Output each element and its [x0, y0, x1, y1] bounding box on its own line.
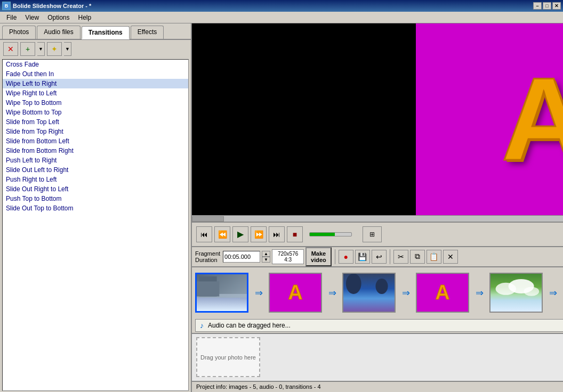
- transition-item[interactable]: Push Top to Bottom: [3, 194, 188, 203]
- preview-area: A: [192, 23, 563, 215]
- bottom-toolbar: Fragment Duration ▲ ▼ 720x576 4:3 Make v…: [192, 246, 563, 267]
- close-button[interactable]: ✕: [552, 2, 561, 10]
- step-back-button[interactable]: ⏪: [214, 226, 230, 242]
- resolution-display: 720x576 4:3: [272, 249, 304, 264]
- spin-down-button[interactable]: ▼: [262, 257, 270, 263]
- tab-transitions[interactable]: Transitions: [82, 26, 130, 39]
- left-panel: Photos Audio files Transitions Effects ✕…: [0, 23, 192, 392]
- transition-item[interactable]: Fade Out then In: [3, 69, 188, 79]
- transition-item[interactable]: Slide Out Left to Right: [3, 165, 188, 175]
- transition-item[interactable]: Slide from Top Left: [3, 117, 188, 127]
- menu-help[interactable]: Help: [74, 13, 96, 22]
- add-dropdown[interactable]: ▼: [37, 42, 45, 56]
- tabs-row: Photos Audio files Transitions Effects: [0, 23, 191, 40]
- tab-effects[interactable]: Effects: [131, 26, 164, 39]
- right-panel: A ⏮ ⏪ ▶ ⏩ ⏭ ■ ⊞ 0 ms / 1.559 s: [192, 23, 563, 392]
- timeline-track: ⇒ A ⇒: [192, 267, 563, 318]
- toolbar-separator: [390, 249, 390, 264]
- preview-content: A: [389, 23, 563, 215]
- status-text: Project info: images - 5, audio - 0, tra…: [196, 383, 321, 390]
- timeline-thumb-1[interactable]: [195, 273, 248, 313]
- duration-input[interactable]: [223, 251, 260, 263]
- transition-item[interactable]: Push Left to Right: [3, 156, 188, 165]
- app-title: Bolide Slideshow Creator - *: [13, 3, 91, 9]
- play-button[interactable]: ▶: [232, 226, 248, 242]
- transition-marker: ⇒: [545, 273, 561, 313]
- undo-button[interactable]: ↩: [372, 250, 387, 264]
- fragment-label: Fragment Duration: [195, 250, 220, 263]
- preview-letter: A: [502, 61, 563, 178]
- toolbar-separator: [335, 249, 335, 264]
- transition-item[interactable]: Slide Out Top to Bottom: [3, 203, 188, 213]
- spin-up-button[interactable]: ▲: [262, 251, 270, 257]
- timeline-thumb-2[interactable]: A: [269, 273, 322, 313]
- transition-item[interactable]: Wipe Bottom to Top: [3, 108, 188, 117]
- tab-audio[interactable]: Audio files: [37, 26, 80, 39]
- app-icon: B: [2, 2, 11, 10]
- transition-item-selected[interactable]: Wipe Left to Right: [3, 79, 188, 88]
- drag-photo-text: Drag your photo here: [200, 354, 256, 361]
- remove-button[interactable]: ✕: [3, 42, 18, 56]
- add-button[interactable]: +: [20, 42, 35, 56]
- audio-note-icon: ♪: [200, 321, 204, 330]
- left-toolbar: ✕ + ▼ ✦ ▼: [0, 40, 191, 58]
- copy-button[interactable]: ⧉: [410, 250, 425, 264]
- stars-dropdown[interactable]: ▼: [64, 42, 71, 56]
- audio-drag-text: Audio can be dragged here...: [208, 322, 291, 329]
- record-button[interactable]: ●: [339, 250, 353, 264]
- cut-button[interactable]: ✂: [393, 250, 408, 264]
- svg-point-7: [375, 279, 388, 294]
- paste-button[interactable]: 📋: [427, 250, 441, 264]
- svg-point-6: [346, 274, 361, 294]
- preview-scrollbar[interactable]: [192, 215, 563, 222]
- menu-bar: File View Options Help: [0, 12, 563, 23]
- transition-marker: ⇒: [324, 273, 340, 313]
- transition-item[interactable]: Slide from Bottom Left: [3, 136, 188, 146]
- transition-marker: ⇒: [471, 273, 487, 313]
- audio-track: ♪ Audio can be dragged here... Sound tra…: [195, 319, 563, 331]
- menu-view[interactable]: View: [21, 13, 43, 22]
- screen-button[interactable]: ⊞: [363, 226, 382, 242]
- fast-forward-button[interactable]: ⏭: [269, 226, 285, 242]
- svg-rect-1: [197, 299, 247, 312]
- main-container: Photos Audio files Transitions Effects ✕…: [0, 23, 563, 392]
- timeline-thumb-3[interactable]: [342, 273, 396, 313]
- transition-list[interactable]: Cross Fade Fade Out then In Wipe Left to…: [2, 59, 189, 391]
- volume-slider[interactable]: [309, 232, 352, 236]
- svg-rect-4: [197, 282, 219, 297]
- transition-marker: ⇒: [251, 273, 267, 313]
- drag-photo-box[interactable]: Drag your photo here: [196, 337, 260, 377]
- transition-marker: ⇒: [398, 273, 414, 313]
- transition-item[interactable]: Wipe Right to Left: [3, 88, 188, 98]
- scrollbar-thumb[interactable]: [192, 216, 224, 222]
- step-forward-button[interactable]: ⏩: [251, 226, 267, 242]
- timeline-thumb-4[interactable]: A: [416, 273, 469, 313]
- svg-point-11: [524, 287, 539, 296]
- save-button[interactable]: 💾: [355, 250, 370, 264]
- transition-item[interactable]: Slide from Bottom Right: [3, 146, 188, 156]
- maximize-button[interactable]: □: [543, 2, 551, 10]
- transition-item[interactable]: Slide from Top Right: [3, 127, 188, 136]
- tab-photos[interactable]: Photos: [2, 26, 36, 39]
- stop-button[interactable]: ■: [287, 226, 303, 242]
- title-bar: B Bolide Slideshow Creator - * – □ ✕: [0, 0, 563, 12]
- transition-item[interactable]: Cross Fade: [3, 60, 188, 69]
- timeline-area: ⇒ A ⇒: [192, 267, 563, 318]
- timeline-thumb-5[interactable]: [489, 273, 543, 313]
- delete-button[interactable]: ✕: [443, 250, 458, 264]
- transition-item[interactable]: Slide Out Right to Left: [3, 184, 188, 194]
- stars-button[interactable]: ✦: [47, 42, 62, 56]
- transition-item[interactable]: Push Right to Left: [3, 175, 188, 184]
- transport-bar: ⏮ ⏪ ▶ ⏩ ⏭ ■ ⊞ 0 ms / 1.559 s: [192, 222, 563, 246]
- make-video-button[interactable]: Make video: [305, 247, 332, 266]
- rewind-to-start-button[interactable]: ⏮: [196, 226, 212, 242]
- status-bar: Project info: images - 5, audio - 0, tra…: [192, 381, 563, 392]
- minimize-button[interactable]: –: [533, 2, 542, 10]
- drag-area[interactable]: Drag your photo here: [192, 333, 563, 381]
- transition-item[interactable]: Wipe Top to Bottom: [3, 98, 188, 108]
- menu-file[interactable]: File: [2, 13, 21, 22]
- menu-options[interactable]: Options: [43, 13, 74, 22]
- preview-magenta: A: [416, 23, 563, 215]
